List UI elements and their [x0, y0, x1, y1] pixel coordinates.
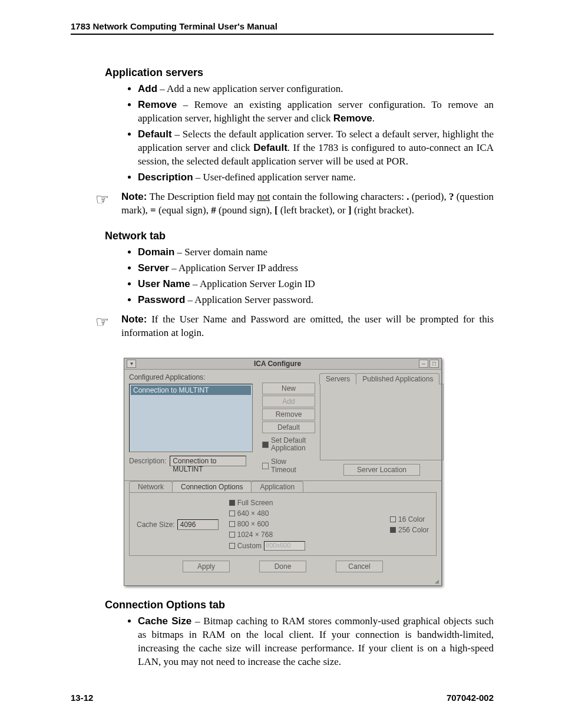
term-default: Default [138, 129, 172, 140]
color-256-radio[interactable] [390, 527, 396, 533]
tab-network[interactable]: Network [129, 481, 173, 492]
bullet-description: Description – User-defined application s… [138, 171, 494, 185]
window-title: ICA Configure [254, 360, 301, 368]
slow-timeout-label: Slow Timeout [271, 458, 306, 473]
bullet-cache-size: Cache Size – Bitmap caching to RAM store… [138, 615, 494, 669]
bullet-username: User Name – Application Server Login ID [138, 278, 494, 291]
bullet-password: Password – Application Server password. [138, 294, 494, 307]
cache-size-input[interactable]: 4096 [177, 519, 219, 530]
bullet-default: Default – Selects the default applicatio… [138, 128, 494, 169]
bullet-add: Add – Add a new application server confi… [138, 83, 494, 96]
maximize-icon[interactable]: □ [429, 360, 439, 368]
description-label: Description: [129, 457, 166, 465]
header-rule [71, 34, 494, 35]
term-description: Description [138, 172, 193, 183]
configured-apps-list[interactable]: Connection to MULTINT [129, 384, 253, 452]
section-title-app-servers: Application servers [105, 67, 494, 79]
server-location-button[interactable]: Server Location [343, 464, 420, 476]
servers-pane [320, 384, 444, 460]
res-800-radio[interactable] [229, 521, 235, 527]
term-add: Add [138, 83, 157, 94]
resize-grip-icon[interactable]: ◢ [124, 578, 441, 585]
slow-timeout-checkbox[interactable] [262, 463, 269, 469]
section-title-conn-opts: Connection Options tab [105, 599, 494, 611]
tab-published[interactable]: Published Applications [356, 373, 439, 384]
section-title-network: Network tab [105, 230, 494, 242]
apply-button[interactable]: Apply [183, 561, 230, 572]
note-icon: ☞ [95, 190, 121, 218]
color-16-radio[interactable] [390, 516, 396, 522]
res-1024-radio[interactable] [229, 532, 235, 538]
footer-doc-number: 707042-002 [447, 693, 494, 703]
footer-page-number: 13-12 [71, 693, 93, 703]
res-fullscreen-radio[interactable] [229, 500, 235, 506]
note-app-servers: ☞ Note: The Description field may not co… [95, 190, 494, 218]
default-button[interactable]: Default [262, 421, 315, 433]
res-640-radio[interactable] [229, 510, 235, 516]
done-button[interactable]: Done [259, 561, 306, 572]
note-network: ☞ Note: If the User Name and Password ar… [95, 313, 494, 340]
term-remove: Remove [138, 99, 177, 110]
description-input[interactable]: Connection to MULTINT [170, 456, 246, 466]
tab-application[interactable]: Application [251, 481, 303, 492]
ica-configure-window: ▾ ICA Configure – □ Configured Applicati… [124, 358, 442, 586]
note-icon: ☞ [95, 313, 121, 340]
new-button[interactable]: New [262, 383, 315, 394]
configured-apps-label: Configured Applications: [129, 373, 253, 381]
set-default-label: Set Default Application [271, 437, 312, 452]
window-menu-icon[interactable]: ▾ [127, 360, 136, 368]
list-item[interactable]: Connection to MULTINT [131, 386, 251, 395]
running-header: 1783 Network Computing Terminal User's M… [71, 21, 494, 31]
tab-connection-options[interactable]: Connection Options [172, 481, 252, 492]
cancel-button[interactable]: Cancel [336, 561, 383, 572]
set-default-checkbox[interactable] [262, 442, 269, 448]
bullet-remove: Remove – Remove an existing application … [138, 98, 494, 126]
cache-size-label: Cache Size: [137, 521, 175, 529]
bullet-server: Server – Application Server IP address [138, 262, 494, 275]
add-button[interactable]: Add [262, 396, 315, 407]
tab-servers[interactable]: Servers [319, 373, 356, 384]
res-custom-radio[interactable] [229, 543, 235, 549]
remove-button[interactable]: Remove [262, 409, 315, 420]
minimize-icon[interactable]: – [419, 360, 428, 368]
bullet-domain: Domain – Server domain name [138, 246, 494, 259]
res-custom-input[interactable]: 800x600 [264, 541, 305, 551]
